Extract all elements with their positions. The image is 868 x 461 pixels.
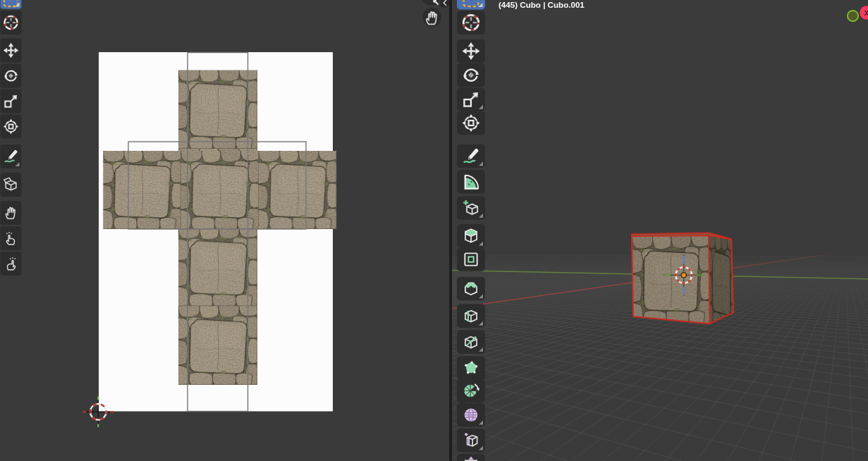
svg-text:(445) Cubo | Cubo.001: (445) Cubo | Cubo.001 [499, 0, 585, 9]
svg-text:x: x [864, 8, 868, 18]
